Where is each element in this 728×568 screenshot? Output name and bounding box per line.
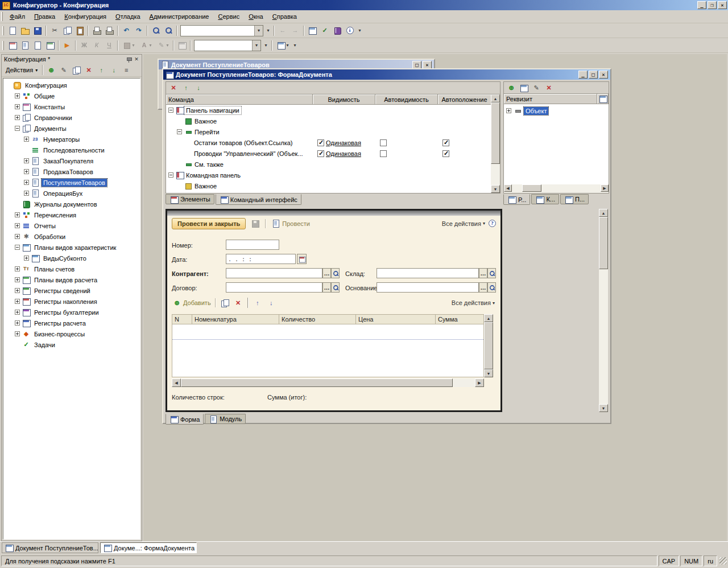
tree-item[interactable]: Перечисления <box>3 209 140 220</box>
expand-icon[interactable] <box>15 331 20 336</box>
open-button[interactable] <box>19 24 31 37</box>
module-button[interactable] <box>19 39 31 52</box>
scrollbar-thumb[interactable] <box>181 378 453 387</box>
menu-item-0[interactable]: Файл <box>5 11 30 22</box>
tree-item[interactable]: Регистры расчета <box>3 318 140 328</box>
book-button[interactable] <box>331 24 344 37</box>
print-button[interactable] <box>90 24 103 37</box>
command-row[interactable]: Панель навигации <box>166 105 491 116</box>
expand-icon[interactable] <box>15 288 20 293</box>
clone-button[interactable] <box>70 64 82 76</box>
expand-icon[interactable] <box>15 320 20 326</box>
tree-item[interactable]: Регистры сведений <box>3 285 140 296</box>
scrollbar-track[interactable] <box>599 217 608 404</box>
calendar-button[interactable] <box>297 254 307 264</box>
delete-button[interactable]: ✕ <box>543 81 555 94</box>
open-button[interactable] <box>487 268 496 278</box>
scrollbar-track[interactable] <box>484 322 493 369</box>
command-row[interactable]: Остатки товаров (Объект.Ссылка)Одинакова… <box>166 137 491 148</box>
expand-icon[interactable] <box>24 137 29 142</box>
open-button[interactable] <box>331 282 340 293</box>
tree-item[interactable]: ЗаказПокупателя <box>3 155 140 166</box>
tree-item[interactable]: Планы видов характеристик <box>3 242 140 253</box>
column-header[interactable]: Автоположение <box>438 94 491 105</box>
move-up-button[interactable]: ↑ <box>180 82 192 94</box>
tab-attr-0[interactable]: Р... <box>503 194 530 205</box>
visibility-checkbox[interactable] <box>317 150 324 157</box>
tree-item[interactable]: ✓Задачи <box>3 339 140 350</box>
menu-grip[interactable] <box>1 12 3 21</box>
items-column-header[interactable]: Количество <box>279 314 356 324</box>
minimize-icon[interactable]: _ <box>578 71 588 79</box>
toolbar-dropdown-icon[interactable]: ▾ <box>356 25 363 36</box>
all-actions-button[interactable]: Все действия▾ <box>442 220 485 227</box>
visibility-link[interactable]: Одинаковая <box>326 150 361 157</box>
items-column-header[interactable]: Сумма <box>436 314 484 324</box>
command-row[interactable]: Командная панель <box>166 170 491 180</box>
tree-item[interactable]: Последовательности <box>3 145 140 155</box>
tree-item[interactable]: ВидыСубконто <box>3 253 140 264</box>
expand-icon[interactable] <box>15 212 20 217</box>
column-header[interactable]: Автовидимость <box>375 94 438 105</box>
autoposition-checkbox[interactable] <box>442 139 449 146</box>
toolbar-combobox[interactable]: ▾ <box>194 40 261 51</box>
post-button[interactable]: Провести <box>270 218 312 229</box>
attribute-item[interactable]: Объект <box>504 105 609 116</box>
tree-item[interactable]: ОперацияБух <box>3 188 140 199</box>
open-button[interactable] <box>331 268 340 278</box>
select-button[interactable] <box>479 282 487 293</box>
template-button[interactable] <box>31 39 44 52</box>
scrollbar-thumb[interactable] <box>491 102 500 164</box>
redo-button[interactable]: ↷ <box>133 24 145 37</box>
column-header[interactable]: Видимость <box>313 94 375 105</box>
post-and-close-button[interactable]: Провести и закрыть <box>172 218 246 229</box>
info-button[interactable]: i <box>344 24 356 37</box>
scrollbar-track[interactable] <box>512 184 601 193</box>
tab-editor-1[interactable]: Командный интерфейс <box>216 194 301 205</box>
warehouse-input[interactable] <box>377 268 479 278</box>
play-button[interactable]: ▶ <box>61 39 73 52</box>
tree-item[interactable]: Регистры накопления <box>3 296 140 307</box>
tree-item[interactable]: 23Нумераторы <box>3 134 140 145</box>
minimize-icon[interactable]: _ <box>697 1 706 9</box>
undo-button[interactable]: ↶ <box>120 24 133 37</box>
attr-add-button[interactable]: ⊕ <box>505 81 518 94</box>
tree-item[interactable]: ◆Бизнес-процессы <box>3 328 140 339</box>
tree-item[interactable]: Журналы документов <box>3 199 140 209</box>
close-icon[interactable]: ✕ <box>718 1 727 9</box>
toolbar-dropdown-icon[interactable]: ▾ <box>264 25 272 36</box>
scroll-up-icon[interactable]: ▲ <box>484 314 493 322</box>
scrollbar-thumb[interactable] <box>522 184 541 192</box>
delete-button[interactable]: ✕ <box>232 297 245 309</box>
expand-icon[interactable] <box>24 180 29 185</box>
close-icon[interactable]: ✕ <box>423 61 432 69</box>
expand-icon[interactable] <box>15 104 20 109</box>
visibility-checkbox[interactable] <box>317 139 324 146</box>
select-button[interactable] <box>322 282 331 293</box>
grid-button[interactable]: ▾ <box>274 39 291 52</box>
expand-icon[interactable] <box>15 223 20 228</box>
save-button[interactable] <box>31 24 44 37</box>
command-row[interactable]: Важное <box>166 180 491 191</box>
move-down-blue-button[interactable]: ↓ <box>265 297 278 309</box>
syntax-check-button[interactable]: ✓ <box>318 24 331 37</box>
tab-editor-0[interactable]: Элементы <box>166 194 214 204</box>
expand-icon[interactable] <box>15 310 20 315</box>
expand-icon[interactable] <box>15 277 20 282</box>
new-button[interactable] <box>6 24 19 37</box>
command-row[interactable]: Важное <box>166 116 491 126</box>
tab-attr-1[interactable]: К... <box>531 194 559 204</box>
scroll-down-icon[interactable]: ▼ <box>484 369 493 377</box>
restore-icon[interactable]: ❐ <box>708 1 717 9</box>
menu-item-7[interactable]: Справка <box>268 11 301 22</box>
edit-button[interactable]: ✎ <box>530 81 543 94</box>
autovisibility-checkbox[interactable] <box>380 139 387 146</box>
expand-icon[interactable] <box>24 158 29 163</box>
form-button[interactable] <box>6 39 19 52</box>
find-button[interactable] <box>150 24 162 37</box>
expand-icon[interactable] <box>15 266 20 271</box>
resize-grip[interactable] <box>719 557 727 565</box>
expand-icon[interactable] <box>24 191 29 196</box>
open-button[interactable] <box>487 282 496 293</box>
command-row[interactable]: Проводки "Управленческий" (Объек...Одина… <box>166 148 491 159</box>
